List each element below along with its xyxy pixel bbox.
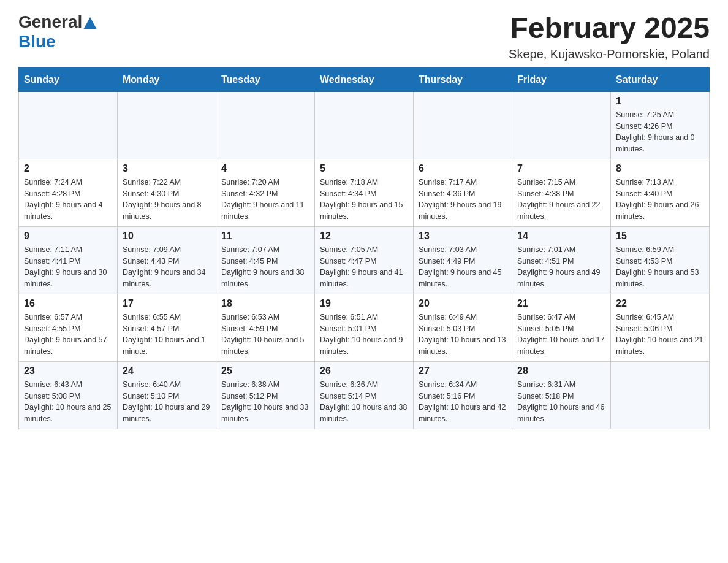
svg-marker-0 bbox=[83, 17, 97, 29]
day-info: Sunrise: 6:49 AM Sunset: 5:03 PM Dayligh… bbox=[419, 312, 507, 358]
day-info: Sunrise: 7:03 AM Sunset: 4:49 PM Dayligh… bbox=[419, 244, 507, 290]
calendar-week-row: 2Sunrise: 7:24 AM Sunset: 4:28 PM Daylig… bbox=[19, 159, 710, 226]
calendar-day-8: 8Sunrise: 7:13 AM Sunset: 4:40 PM Daylig… bbox=[611, 159, 710, 226]
calendar-day-10: 10Sunrise: 7:09 AM Sunset: 4:43 PM Dayli… bbox=[118, 226, 216, 294]
day-number: 11 bbox=[221, 231, 309, 242]
calendar-day-empty bbox=[118, 91, 216, 159]
calendar-day-12: 12Sunrise: 7:05 AM Sunset: 4:47 PM Dayli… bbox=[315, 226, 414, 294]
calendar-week-row: 23Sunrise: 6:43 AM Sunset: 5:08 PM Dayli… bbox=[19, 361, 710, 429]
day-number: 20 bbox=[419, 298, 507, 309]
col-header-thursday: Thursday bbox=[414, 67, 512, 91]
logo: General Blue bbox=[18, 12, 97, 52]
day-info: Sunrise: 6:59 AM Sunset: 4:53 PM Dayligh… bbox=[616, 244, 704, 290]
col-header-monday: Monday bbox=[118, 67, 216, 91]
day-number: 22 bbox=[616, 298, 704, 309]
logo-blue-text: Blue bbox=[18, 32, 56, 52]
calendar-day-22: 22Sunrise: 6:45 AM Sunset: 5:06 PM Dayli… bbox=[611, 294, 710, 361]
calendar-week-row: 16Sunrise: 6:57 AM Sunset: 4:55 PM Dayli… bbox=[19, 294, 710, 361]
col-header-tuesday: Tuesday bbox=[216, 67, 315, 91]
day-number: 10 bbox=[123, 231, 211, 242]
day-info: Sunrise: 6:57 AM Sunset: 4:55 PM Dayligh… bbox=[24, 312, 112, 358]
day-info: Sunrise: 7:17 AM Sunset: 4:36 PM Dayligh… bbox=[419, 177, 507, 223]
day-info: Sunrise: 6:51 AM Sunset: 5:01 PM Dayligh… bbox=[320, 312, 408, 358]
day-info: Sunrise: 6:31 AM Sunset: 5:18 PM Dayligh… bbox=[517, 379, 605, 425]
calendar-day-empty bbox=[512, 91, 611, 159]
calendar-day-19: 19Sunrise: 6:51 AM Sunset: 5:01 PM Dayli… bbox=[315, 294, 414, 361]
day-number: 14 bbox=[517, 231, 605, 242]
calendar-day-6: 6Sunrise: 7:17 AM Sunset: 4:36 PM Daylig… bbox=[414, 159, 512, 226]
day-info: Sunrise: 6:34 AM Sunset: 5:16 PM Dayligh… bbox=[419, 379, 507, 425]
day-number: 2 bbox=[24, 163, 112, 174]
day-number: 6 bbox=[419, 163, 507, 174]
title-area: February 2025 Skepe, Kujawsko-Pomorskie,… bbox=[509, 12, 710, 61]
day-info: Sunrise: 7:20 AM Sunset: 4:32 PM Dayligh… bbox=[221, 177, 309, 223]
day-number: 27 bbox=[419, 366, 507, 377]
calendar-day-empty bbox=[315, 91, 414, 159]
col-header-sunday: Sunday bbox=[19, 67, 118, 91]
calendar-day-empty bbox=[19, 91, 118, 159]
day-number: 4 bbox=[221, 163, 309, 174]
calendar-day-27: 27Sunrise: 6:34 AM Sunset: 5:16 PM Dayli… bbox=[414, 361, 512, 429]
day-info: Sunrise: 7:05 AM Sunset: 4:47 PM Dayligh… bbox=[320, 244, 408, 290]
calendar-day-18: 18Sunrise: 6:53 AM Sunset: 4:59 PM Dayli… bbox=[216, 294, 315, 361]
day-number: 5 bbox=[320, 163, 408, 174]
day-info: Sunrise: 7:13 AM Sunset: 4:40 PM Dayligh… bbox=[616, 177, 704, 223]
day-number: 16 bbox=[24, 298, 112, 309]
calendar-day-21: 21Sunrise: 6:47 AM Sunset: 5:05 PM Dayli… bbox=[512, 294, 611, 361]
day-number: 24 bbox=[123, 366, 211, 377]
calendar-day-25: 25Sunrise: 6:38 AM Sunset: 5:12 PM Dayli… bbox=[216, 361, 315, 429]
day-number: 28 bbox=[517, 366, 605, 377]
day-info: Sunrise: 7:24 AM Sunset: 4:28 PM Dayligh… bbox=[24, 177, 112, 223]
calendar-day-empty bbox=[611, 361, 710, 429]
day-info: Sunrise: 6:47 AM Sunset: 5:05 PM Dayligh… bbox=[517, 312, 605, 358]
day-info: Sunrise: 7:01 AM Sunset: 4:51 PM Dayligh… bbox=[517, 244, 605, 290]
day-info: Sunrise: 7:22 AM Sunset: 4:30 PM Dayligh… bbox=[123, 177, 211, 223]
day-info: Sunrise: 7:18 AM Sunset: 4:34 PM Dayligh… bbox=[320, 177, 408, 223]
day-info: Sunrise: 7:15 AM Sunset: 4:38 PM Dayligh… bbox=[517, 177, 605, 223]
calendar-day-5: 5Sunrise: 7:18 AM Sunset: 4:34 PM Daylig… bbox=[315, 159, 414, 226]
calendar-week-row: 1Sunrise: 7:25 AM Sunset: 4:26 PM Daylig… bbox=[19, 91, 710, 159]
calendar-day-14: 14Sunrise: 7:01 AM Sunset: 4:51 PM Dayli… bbox=[512, 226, 611, 294]
day-number: 12 bbox=[320, 231, 408, 242]
calendar-day-17: 17Sunrise: 6:55 AM Sunset: 4:57 PM Dayli… bbox=[118, 294, 216, 361]
calendar-day-9: 9Sunrise: 7:11 AM Sunset: 4:41 PM Daylig… bbox=[19, 226, 118, 294]
col-header-friday: Friday bbox=[512, 67, 611, 91]
day-number: 13 bbox=[419, 231, 507, 242]
day-info: Sunrise: 7:25 AM Sunset: 4:26 PM Dayligh… bbox=[616, 109, 704, 155]
page-header: General Blue February 2025 Skepe, Kujaws… bbox=[18, 12, 710, 61]
day-number: 17 bbox=[123, 298, 211, 309]
calendar-day-13: 13Sunrise: 7:03 AM Sunset: 4:49 PM Dayli… bbox=[414, 226, 512, 294]
calendar-day-15: 15Sunrise: 6:59 AM Sunset: 4:53 PM Dayli… bbox=[611, 226, 710, 294]
calendar-day-28: 28Sunrise: 6:31 AM Sunset: 5:18 PM Dayli… bbox=[512, 361, 611, 429]
day-info: Sunrise: 6:40 AM Sunset: 5:10 PM Dayligh… bbox=[123, 379, 211, 425]
day-info: Sunrise: 6:43 AM Sunset: 5:08 PM Dayligh… bbox=[24, 379, 112, 425]
day-info: Sunrise: 6:38 AM Sunset: 5:12 PM Dayligh… bbox=[221, 379, 309, 425]
calendar-day-empty bbox=[216, 91, 315, 159]
calendar-day-3: 3Sunrise: 7:22 AM Sunset: 4:30 PM Daylig… bbox=[118, 159, 216, 226]
day-number: 23 bbox=[24, 366, 112, 377]
day-info: Sunrise: 7:09 AM Sunset: 4:43 PM Dayligh… bbox=[123, 244, 211, 290]
day-number: 8 bbox=[616, 163, 704, 174]
calendar-day-4: 4Sunrise: 7:20 AM Sunset: 4:32 PM Daylig… bbox=[216, 159, 315, 226]
month-title: February 2025 bbox=[509, 12, 710, 45]
day-info: Sunrise: 6:36 AM Sunset: 5:14 PM Dayligh… bbox=[320, 379, 408, 425]
location-text: Skepe, Kujawsko-Pomorskie, Poland bbox=[509, 47, 710, 61]
calendar-table: SundayMondayTuesdayWednesdayThursdayFrid… bbox=[18, 67, 710, 429]
logo-triangle-icon bbox=[83, 17, 97, 29]
calendar-day-24: 24Sunrise: 6:40 AM Sunset: 5:10 PM Dayli… bbox=[118, 361, 216, 429]
calendar-day-empty bbox=[414, 91, 512, 159]
day-number: 26 bbox=[320, 366, 408, 377]
day-info: Sunrise: 6:45 AM Sunset: 5:06 PM Dayligh… bbox=[616, 312, 704, 358]
day-number: 9 bbox=[24, 231, 112, 242]
calendar-day-11: 11Sunrise: 7:07 AM Sunset: 4:45 PM Dayli… bbox=[216, 226, 315, 294]
day-number: 3 bbox=[123, 163, 211, 174]
day-number: 21 bbox=[517, 298, 605, 309]
day-number: 7 bbox=[517, 163, 605, 174]
day-info: Sunrise: 6:53 AM Sunset: 4:59 PM Dayligh… bbox=[221, 312, 309, 358]
day-info: Sunrise: 7:11 AM Sunset: 4:41 PM Dayligh… bbox=[24, 244, 112, 290]
day-info: Sunrise: 7:07 AM Sunset: 4:45 PM Dayligh… bbox=[221, 244, 309, 290]
col-header-saturday: Saturday bbox=[611, 67, 710, 91]
calendar-day-20: 20Sunrise: 6:49 AM Sunset: 5:03 PM Dayli… bbox=[414, 294, 512, 361]
calendar-day-23: 23Sunrise: 6:43 AM Sunset: 5:08 PM Dayli… bbox=[19, 361, 118, 429]
day-number: 1 bbox=[616, 96, 704, 107]
